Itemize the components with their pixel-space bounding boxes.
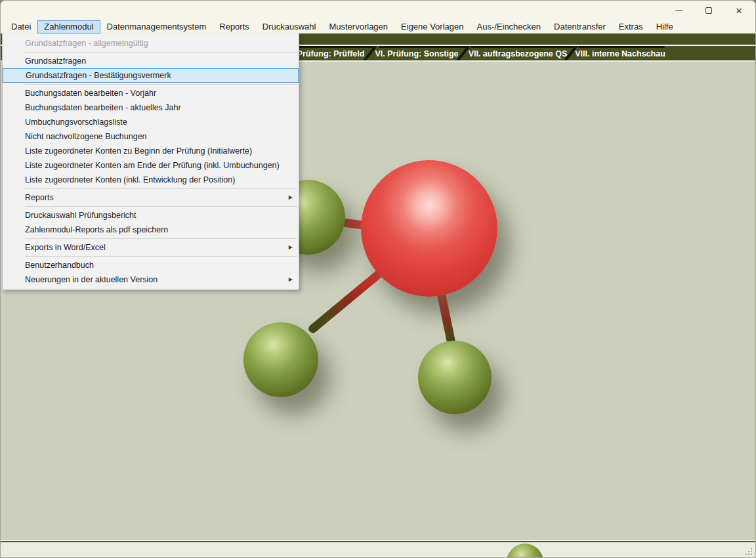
molecule-green-atom [418,341,492,414]
menu-item-benutzerhandbuch[interactable]: Benutzerhandbuch [3,258,299,272]
menu-item-exports-word-excel[interactable]: Exports in Word/Excel ▶ [3,240,299,255]
menu-item-grundsatzfragen[interactable]: Grundsatzfragen [3,54,299,68]
menu-item-nicht-nachvollzogene-buchungen[interactable]: Nicht nachvollzogene Buchungen [3,129,299,144]
tab-interne-nachschau[interactable]: VIII. interne Nachschau [563,48,677,60]
menu-item-neuerungen[interactable]: Neuerungen in der aktuellen Version ▶ [3,272,299,287]
menu-bar: Datei Zahlenmodul Datenmanagementsystem … [1,20,755,33]
menubar-item-extras[interactable]: Extras [612,20,650,33]
menu-item-grundsatzfragen-allgemeingueltig: Grundsatzfragen - allgemeingültig [3,36,299,51]
close-button[interactable]: ✕ [724,1,754,20]
status-bar [1,541,755,557]
molecule-green-atom [243,322,318,397]
menu-item-liste-konten-ende[interactable]: Liste zugeordneter Konten am Ende der Pr… [3,158,299,173]
resize-grip[interactable] [744,547,752,555]
menu-item-liste-konten-beginn[interactable]: Liste zugeordneter Konten zu Beginn der … [3,144,299,158]
tab-pruefung-sonstige[interactable]: VI. Prüfung: Sonstige [362,48,471,60]
app-window: ✕ Datei Zahlenmodul Datenmanagementsyste… [0,0,756,558]
menu-item-druckauswahl-pruefungsbericht[interactable]: Druckauswahl Prüfungsbericht [3,208,299,223]
menu-item-buchungsdaten-vorjahr[interactable]: Buchungsdaten bearbeiten - Vorjahr [3,86,299,100]
menu-separator [25,206,297,207]
submenu-arrow-icon: ▶ [289,272,293,287]
menubar-item-mustervorlagen[interactable]: Mustervorlagen [322,20,394,33]
menu-separator [25,84,297,85]
minimize-button[interactable] [663,1,694,20]
menu-item-reports-als-pdf[interactable]: Zahlenmodul-Reports als pdf speichern [3,223,299,237]
close-icon: ✕ [736,7,743,15]
molecule-red-atom [361,160,497,297]
menu-separator [25,52,297,53]
menubar-item-hilfe[interactable]: Hilfe [650,20,680,33]
molecule-green-atom-peek [507,544,543,557]
tab-auftragsbezogene-qs[interactable]: VII. auftragsbezogene QS [459,48,577,60]
menubar-item-datei[interactable]: Datei [5,20,37,33]
menu-item-reports[interactable]: Reports ▶ [3,190,299,205]
maximize-icon [705,7,712,14]
menubar-item-reports[interactable]: Reports [213,20,256,33]
submenu-arrow-icon: ▶ [289,190,293,205]
zahlenmodul-dropdown-menu: Grundsatzfragen - allgemeingültig Grunds… [2,33,299,290]
menu-item-grundsatzfragen-bestaetigungsvermerk[interactable]: Grundsatzfragen - Bestätigungsvermerk [3,68,299,83]
maximize-button[interactable] [694,1,724,20]
menu-item-label: Exports in Word/Excel [25,243,106,252]
menu-separator [25,238,297,239]
menubar-item-datenmanagementsystem[interactable]: Datenmanagementsystem [100,20,213,33]
menu-item-umbuchungsvorschlagsliste[interactable]: Umbuchungsvorschlagsliste [3,115,299,129]
menu-item-label: Neuerungen in der aktuellen Version [25,275,158,284]
menubar-item-druckauswahl[interactable]: Druckauswahl [256,20,323,33]
menu-item-liste-konten-entwicklung[interactable]: Liste zugeordneter Konten (inkl. Entwick… [3,173,299,187]
title-bar: ✕ [1,1,755,20]
menubar-item-aus-einchecken[interactable]: Aus-/Einchecken [470,20,547,33]
menubar-item-eigene-vorlagen[interactable]: Eigene Vorlagen [394,20,470,33]
submenu-arrow-icon: ▶ [289,240,293,255]
minimize-icon [675,11,682,11]
menu-separator [25,256,297,257]
caption-buttons: ✕ [663,1,754,20]
menu-separator [25,188,297,189]
menubar-item-datentransfer[interactable]: Datentransfer [547,20,612,33]
menu-item-label: Reports [25,193,54,202]
menubar-item-zahlenmodul[interactable]: Zahlenmodul [37,20,100,33]
menu-item-buchungsdaten-aktuelles-jahr[interactable]: Buchungsdaten bearbeiten - aktuelles Jah… [3,100,299,115]
